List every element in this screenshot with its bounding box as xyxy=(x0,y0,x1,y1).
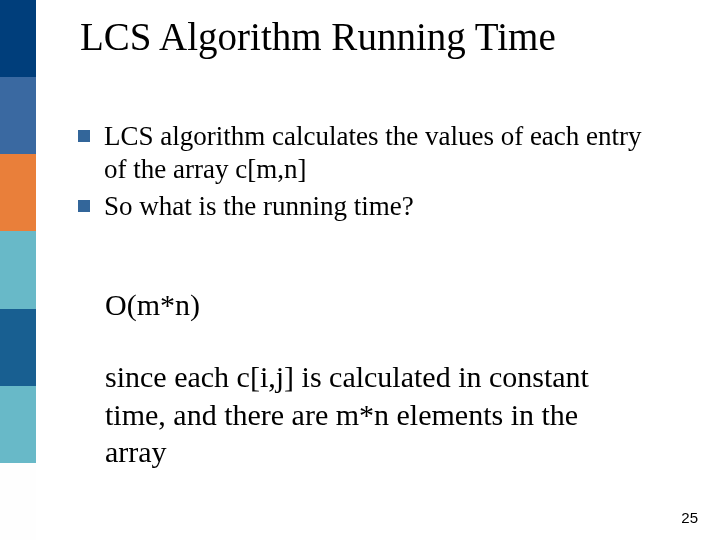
square-bullet-icon xyxy=(78,130,90,142)
page-number: 25 xyxy=(681,509,698,526)
bullet-text: LCS algorithm calculates the values of e… xyxy=(104,120,668,186)
sidebar-segment xyxy=(0,154,36,231)
explanation-text: since each c[i,j] is calculated in const… xyxy=(105,358,615,471)
answer-text: O(m*n) xyxy=(105,288,200,322)
list-item: LCS algorithm calculates the values of e… xyxy=(78,120,668,186)
sidebar-segment xyxy=(0,463,36,540)
slide-title: LCS Algorithm Running Time xyxy=(80,14,556,59)
sidebar-segment xyxy=(0,386,36,463)
bullet-list: LCS algorithm calculates the values of e… xyxy=(78,120,668,227)
decorative-sidebar xyxy=(0,0,36,540)
sidebar-segment xyxy=(0,309,36,386)
sidebar-segment xyxy=(0,0,36,77)
list-item: So what is the running time? xyxy=(78,190,668,223)
sidebar-segment xyxy=(0,231,36,308)
sidebar-segment xyxy=(0,77,36,154)
bullet-text: So what is the running time? xyxy=(104,190,414,223)
square-bullet-icon xyxy=(78,200,90,212)
